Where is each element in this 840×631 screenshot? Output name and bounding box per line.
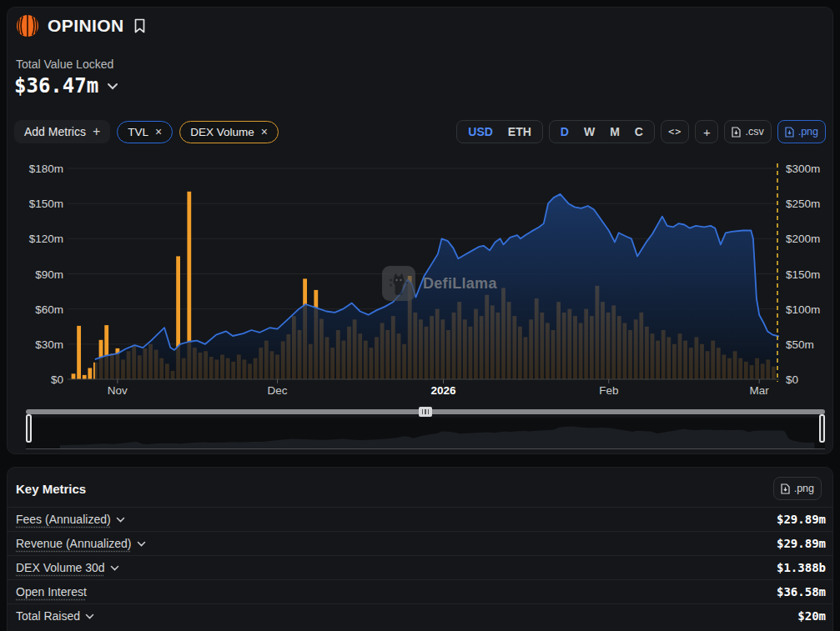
metric-value: $29.89m: [777, 537, 826, 550]
interval-option-d[interactable]: D: [553, 125, 576, 138]
download-png-button[interactable]: .png: [777, 120, 826, 143]
axis-tick-label: $120m: [29, 233, 63, 245]
chart-scrollbar[interactable]: [26, 409, 825, 414]
chevron-down-icon: [110, 565, 119, 571]
embed-chart-button[interactable]: <>: [661, 120, 689, 143]
download-csv-button[interactable]: .csv: [724, 120, 771, 143]
metric-label[interactable]: Revenue (Annualized): [16, 537, 146, 550]
interval-option-m[interactable]: M: [602, 125, 627, 138]
toolbar-right: USDETH DWMC <> + .csv .png: [456, 120, 826, 143]
plus-icon: +: [703, 125, 711, 139]
axis-tick-label: $0: [786, 373, 798, 386]
pill-label: DEX Volume: [190, 126, 254, 138]
metric-label[interactable]: DEX Volume 30d: [16, 561, 119, 574]
embed-icon: <>: [668, 126, 682, 138]
add-chart-button[interactable]: +: [695, 120, 718, 143]
axis-tick-label: $50m: [786, 338, 814, 350]
range-minimap[interactable]: [26, 418, 825, 449]
key-metrics-card: Key Metrics .png Fees (Annualized)$29.89…: [7, 467, 833, 631]
close-icon[interactable]: ×: [261, 125, 268, 138]
metric-label[interactable]: Fees (Annualized): [16, 513, 125, 526]
interval-option-c[interactable]: C: [627, 125, 651, 138]
currency-toggle: USDETH: [456, 120, 543, 143]
axis-tick-label: $60m: [35, 303, 63, 315]
chevron-down-icon: [137, 541, 146, 547]
axis-tick-label: $90m: [35, 268, 63, 280]
interval-option-w[interactable]: W: [576, 125, 602, 138]
protocol-logo: [16, 14, 39, 38]
add-metrics-button[interactable]: Add Metrics +: [14, 120, 110, 143]
file-download-icon: [785, 127, 794, 138]
right-axis-labels: $300m$250m$200m$150m$100m$50m$0: [786, 168, 840, 380]
tvl-area-fill: [95, 194, 779, 379]
x-axis-label-2026: 2026: [430, 384, 455, 397]
key-metrics-png-button[interactable]: .png: [773, 477, 822, 500]
key-metrics-rows: Fees (Annualized)$29.89mRevenue (Annuali…: [8, 507, 832, 628]
metric-value: $36.58m: [777, 585, 826, 598]
metric-row-total-raised: Total Raised$20m: [8, 603, 832, 628]
chart-toolbar: Add Metrics + TVL×DEX Volume× USDETH DWM…: [14, 120, 826, 143]
metric-label[interactable]: Total Raised: [16, 609, 94, 623]
x-axis-label-feb: Feb: [599, 384, 618, 397]
metric-row-open-interest: Open Interest$36.58m: [8, 579, 832, 603]
png-label: .png: [798, 126, 818, 138]
axis-tick-label: $250m: [786, 198, 820, 210]
x-axis-labels: NovDec2026FebMar: [68, 384, 779, 398]
axis-tick-label: $150m: [786, 268, 820, 280]
protocol-header: OPINION: [16, 14, 146, 38]
bookmark-icon[interactable]: [133, 18, 146, 33]
main-chart[interactable]: [68, 160, 779, 386]
x-axis-label-mar: Mar: [750, 384, 769, 397]
metric-row-dex-volume-30d: DEX Volume 30d$1.388b: [8, 555, 832, 579]
x-axis-label-nov: Nov: [108, 384, 128, 397]
x-tick-marks: [118, 379, 759, 383]
metric-value: $20m: [797, 609, 826, 623]
axis-tick-label: $30m: [35, 338, 63, 350]
tvl-label: Total Value Locked: [16, 58, 113, 71]
axis-tick-label: $0: [51, 373, 63, 386]
csv-label: .csv: [745, 126, 763, 138]
page-title: OPINION: [48, 16, 123, 36]
key-metrics-title: Key Metrics: [16, 482, 86, 496]
tvl-value: $36.47m: [14, 74, 98, 98]
plus-icon: +: [93, 124, 100, 139]
add-metrics-label: Add Metrics: [24, 125, 86, 138]
axis-tick-label: $150m: [29, 198, 63, 210]
chart-card: OPINION Total Value Locked $36.47m Add M…: [7, 7, 833, 454]
currency-option-eth[interactable]: ETH: [500, 125, 539, 138]
scrollbar-grip[interactable]: [419, 407, 432, 417]
png-label: .png: [794, 483, 814, 494]
currency-option-usd[interactable]: USD: [460, 125, 500, 138]
metric-pill-dex-volume[interactable]: DEX Volume×: [179, 121, 279, 143]
chevron-down-icon: [85, 613, 94, 619]
metric-row-fees-annualized-: Fees (Annualized)$29.89m: [8, 507, 832, 531]
axis-tick-label: $180m: [29, 163, 63, 175]
chevron-down-icon: [116, 517, 125, 523]
axis-tick-label: $300m: [786, 163, 820, 175]
metric-label[interactable]: Open Interest: [16, 585, 87, 598]
metric-pill-tvl[interactable]: TVL×: [117, 121, 173, 143]
close-icon[interactable]: ×: [155, 125, 162, 138]
file-download-icon: [781, 483, 790, 494]
x-axis-label-dec: Dec: [268, 384, 288, 397]
chevron-down-icon[interactable]: [107, 83, 118, 90]
interval-toggle: DWMC: [549, 120, 655, 143]
metric-value: $1.388b: [777, 561, 826, 574]
brush-handle-right[interactable]: [819, 414, 825, 443]
pill-label: TVL: [128, 126, 148, 138]
metric-row-revenue-annualized-: Revenue (Annualized)$29.89m: [8, 531, 832, 555]
file-download-icon: [732, 127, 741, 138]
brush-handle-left[interactable]: [26, 414, 32, 443]
left-axis-labels: $180m$150m$120m$90m$60m$30m$0: [8, 168, 63, 380]
axis-tick-label: $200m: [786, 233, 820, 245]
metric-value: $29.89m: [777, 513, 826, 526]
axis-tick-label: $100m: [786, 303, 820, 315]
